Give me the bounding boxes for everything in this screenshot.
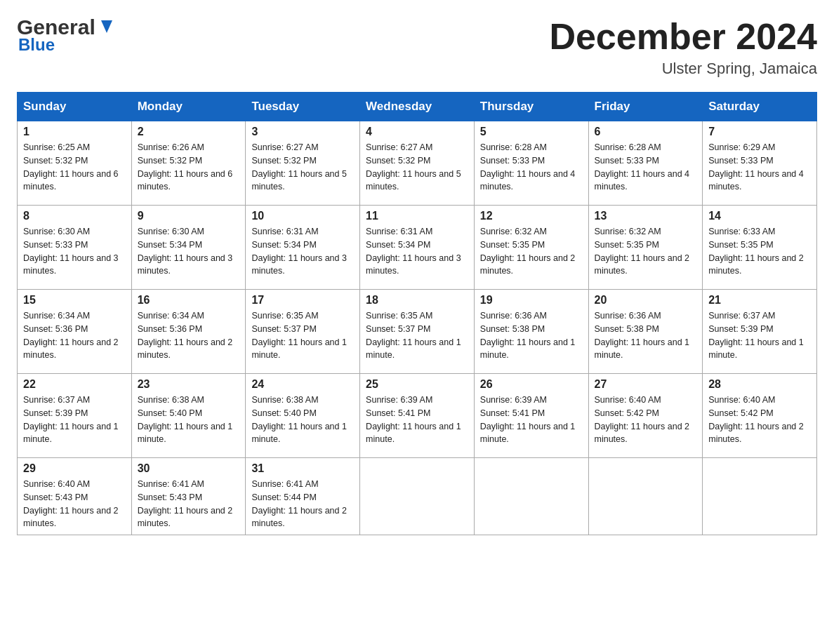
calendar-cell: 21Sunrise: 6:37 AMSunset: 5:39 PMDayligh… (703, 290, 817, 374)
calendar-week-row: 1Sunrise: 6:25 AMSunset: 5:32 PMDaylight… (18, 121, 817, 206)
logo-triangle-icon (97, 18, 117, 37)
header-cell-tuesday: Tuesday (246, 93, 360, 121)
calendar-cell: 28Sunrise: 6:40 AMSunset: 5:42 PMDayligh… (703, 374, 817, 458)
calendar-header: SundayMondayTuesdayWednesdayThursdayFrid… (18, 93, 817, 121)
calendar-cell: 16Sunrise: 6:34 AMSunset: 5:36 PMDayligh… (131, 290, 246, 374)
calendar-cell: 6Sunrise: 6:28 AMSunset: 5:33 PMDaylight… (588, 121, 703, 206)
month-year-title: December 2024 (549, 17, 817, 57)
day-info: Sunrise: 6:37 AMSunset: 5:39 PMDaylight:… (23, 394, 126, 446)
header-row: SundayMondayTuesdayWednesdayThursdayFrid… (18, 93, 817, 121)
day-info: Sunrise: 6:34 AMSunset: 5:36 PMDaylight:… (138, 309, 240, 362)
day-info: Sunrise: 6:26 AMSunset: 5:32 PMDaylight:… (138, 141, 240, 194)
calendar-cell: 29Sunrise: 6:40 AMSunset: 5:43 PMDayligh… (18, 458, 132, 535)
day-number: 14 (708, 210, 811, 222)
day-info: Sunrise: 6:39 AMSunset: 5:41 PMDaylight:… (366, 394, 468, 446)
day-number: 25 (366, 378, 468, 391)
calendar-cell: 13Sunrise: 6:32 AMSunset: 5:35 PMDayligh… (588, 206, 703, 290)
logo-blue-text: Blue (17, 35, 55, 55)
day-info: Sunrise: 6:40 AMSunset: 5:42 PMDaylight:… (708, 394, 811, 446)
calendar-cell (360, 458, 475, 535)
day-info: Sunrise: 6:28 AMSunset: 5:33 PMDaylight:… (480, 141, 583, 194)
day-number: 6 (595, 126, 697, 138)
calendar-cell: 2Sunrise: 6:26 AMSunset: 5:32 PMDaylight… (131, 121, 246, 206)
day-info: Sunrise: 6:40 AMSunset: 5:42 PMDaylight:… (595, 394, 697, 446)
calendar-cell: 19Sunrise: 6:36 AMSunset: 5:38 PMDayligh… (474, 290, 588, 374)
day-info: Sunrise: 6:31 AMSunset: 5:34 PMDaylight:… (366, 225, 468, 278)
day-number: 23 (138, 378, 240, 391)
calendar-week-row: 8Sunrise: 6:30 AMSunset: 5:33 PMDaylight… (18, 206, 817, 290)
day-number: 20 (595, 294, 697, 307)
header-cell-thursday: Thursday (474, 93, 588, 121)
calendar-cell: 30Sunrise: 6:41 AMSunset: 5:43 PMDayligh… (131, 458, 246, 535)
day-number: 9 (138, 210, 240, 222)
day-info: Sunrise: 6:32 AMSunset: 5:35 PMDaylight:… (480, 225, 583, 278)
page-header: General Blue December 2024 Ulster Spring… (17, 17, 817, 78)
calendar-cell: 8Sunrise: 6:30 AMSunset: 5:33 PMDaylight… (18, 206, 132, 290)
day-number: 26 (480, 378, 583, 391)
day-info: Sunrise: 6:38 AMSunset: 5:40 PMDaylight:… (138, 394, 240, 446)
calendar-cell: 25Sunrise: 6:39 AMSunset: 5:41 PMDayligh… (360, 374, 475, 458)
day-info: Sunrise: 6:33 AMSunset: 5:35 PMDaylight:… (708, 225, 811, 278)
day-number: 16 (138, 294, 240, 307)
calendar-cell: 9Sunrise: 6:30 AMSunset: 5:34 PMDaylight… (131, 206, 246, 290)
day-number: 31 (251, 462, 354, 475)
day-number: 27 (595, 378, 697, 391)
day-number: 18 (366, 294, 468, 307)
day-number: 12 (480, 210, 583, 222)
calendar-cell: 4Sunrise: 6:27 AMSunset: 5:32 PMDaylight… (360, 121, 475, 206)
header-cell-friday: Friday (588, 93, 703, 121)
svg-marker-0 (101, 20, 112, 33)
day-number: 19 (480, 294, 583, 307)
day-number: 17 (251, 294, 354, 307)
day-number: 15 (23, 294, 126, 307)
day-info: Sunrise: 6:35 AMSunset: 5:37 PMDaylight:… (251, 309, 354, 362)
calendar-cell: 7Sunrise: 6:29 AMSunset: 5:33 PMDaylight… (703, 121, 817, 206)
day-number: 7 (708, 126, 811, 138)
day-info: Sunrise: 6:31 AMSunset: 5:34 PMDaylight:… (251, 225, 354, 278)
calendar-cell (474, 458, 588, 535)
day-info: Sunrise: 6:41 AMSunset: 5:44 PMDaylight:… (251, 478, 354, 530)
day-number: 24 (251, 378, 354, 391)
calendar-cell: 3Sunrise: 6:27 AMSunset: 5:32 PMDaylight… (246, 121, 360, 206)
calendar-cell: 20Sunrise: 6:36 AMSunset: 5:38 PMDayligh… (588, 290, 703, 374)
day-number: 2 (138, 126, 240, 138)
calendar-cell: 15Sunrise: 6:34 AMSunset: 5:36 PMDayligh… (18, 290, 132, 374)
day-info: Sunrise: 6:36 AMSunset: 5:38 PMDaylight:… (595, 309, 697, 362)
calendar-cell: 26Sunrise: 6:39 AMSunset: 5:41 PMDayligh… (474, 374, 588, 458)
day-info: Sunrise: 6:34 AMSunset: 5:36 PMDaylight:… (23, 309, 126, 362)
header-cell-sunday: Sunday (18, 93, 132, 121)
day-number: 30 (138, 462, 240, 475)
day-number: 1 (23, 126, 126, 138)
day-number: 29 (23, 462, 126, 475)
calendar-cell (703, 458, 817, 535)
calendar-cell: 18Sunrise: 6:35 AMSunset: 5:37 PMDayligh… (360, 290, 475, 374)
calendar-cell: 23Sunrise: 6:38 AMSunset: 5:40 PMDayligh… (131, 374, 246, 458)
day-number: 4 (366, 126, 468, 138)
calendar-cell: 1Sunrise: 6:25 AMSunset: 5:32 PMDaylight… (18, 121, 132, 206)
day-info: Sunrise: 6:25 AMSunset: 5:32 PMDaylight:… (23, 141, 126, 194)
day-number: 21 (708, 294, 811, 307)
day-number: 11 (366, 210, 468, 222)
day-number: 13 (595, 210, 697, 222)
day-info: Sunrise: 6:29 AMSunset: 5:33 PMDaylight:… (708, 141, 811, 194)
calendar-cell: 31Sunrise: 6:41 AMSunset: 5:44 PMDayligh… (246, 458, 360, 535)
day-info: Sunrise: 6:32 AMSunset: 5:35 PMDaylight:… (595, 225, 697, 278)
day-info: Sunrise: 6:27 AMSunset: 5:32 PMDaylight:… (251, 141, 354, 194)
calendar-week-row: 29Sunrise: 6:40 AMSunset: 5:43 PMDayligh… (18, 458, 817, 535)
day-info: Sunrise: 6:30 AMSunset: 5:33 PMDaylight:… (23, 225, 126, 278)
day-number: 10 (251, 210, 354, 222)
header-cell-monday: Monday (131, 93, 246, 121)
day-number: 8 (23, 210, 126, 222)
title-block: December 2024 Ulster Spring, Jamaica (549, 17, 817, 78)
calendar-cell: 11Sunrise: 6:31 AMSunset: 5:34 PMDayligh… (360, 206, 475, 290)
calendar-body: 1Sunrise: 6:25 AMSunset: 5:32 PMDaylight… (18, 121, 817, 535)
calendar-cell: 10Sunrise: 6:31 AMSunset: 5:34 PMDayligh… (246, 206, 360, 290)
day-info: Sunrise: 6:36 AMSunset: 5:38 PMDaylight:… (480, 309, 583, 362)
day-number: 3 (251, 126, 354, 138)
calendar-cell: 24Sunrise: 6:38 AMSunset: 5:40 PMDayligh… (246, 374, 360, 458)
day-info: Sunrise: 6:27 AMSunset: 5:32 PMDaylight:… (366, 141, 468, 194)
calendar-cell: 14Sunrise: 6:33 AMSunset: 5:35 PMDayligh… (703, 206, 817, 290)
calendar-cell (588, 458, 703, 535)
day-number: 28 (708, 378, 811, 391)
day-info: Sunrise: 6:30 AMSunset: 5:34 PMDaylight:… (138, 225, 240, 278)
